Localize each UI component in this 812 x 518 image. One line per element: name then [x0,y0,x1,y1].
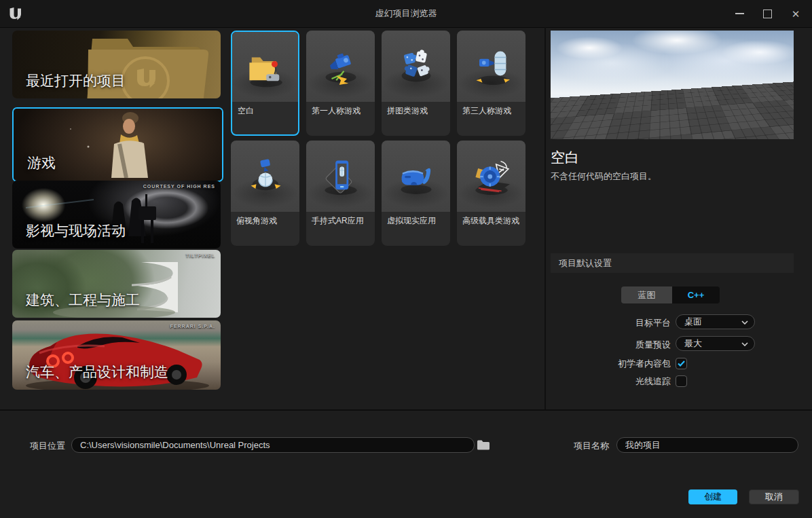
maximize-icon [763,10,772,18]
template-detail-title: 空白 [551,148,579,167]
sidebar-item-architecture[interactable]: TILTPIXEL 建筑、工程与施工 [12,250,221,318]
image-credit: COURTESY OF HIGH RES [143,184,215,189]
puzzle-template-icon [392,42,441,91]
raytracing-checkbox[interactable] [676,375,687,387]
chevron-down-icon [741,320,748,325]
quality-preset-dropdown[interactable]: 最大 [676,336,755,351]
window-title: 虚幻项目浏览器 [0,0,812,27]
template-label: 空白 [232,102,298,117]
sidebar-item-games[interactable]: 游戏 [12,107,223,182]
template-card-first-person[interactable]: 第一人称游戏 [306,31,375,136]
minimize-icon [735,13,744,14]
quality-preset-value: 最大 [684,338,702,348]
first-person-template-icon [316,42,365,91]
sidebar-item-label: 游戏 [27,153,56,172]
cancel-button[interactable]: 取消 [749,489,799,504]
template-card-handheld-ar[interactable]: 手持式AR应用 [306,141,375,246]
browse-folder-icon[interactable] [477,439,490,451]
template-label: 拼图类游戏 [382,102,450,117]
sidebar-item-label: 建筑、工程与施工 [26,291,140,310]
handheld-ar-template-icon [316,152,365,201]
starter-content-label: 初学者内容包 [557,358,671,370]
project-name-input[interactable] [616,437,798,453]
minimize-button[interactable] [728,0,751,27]
project-browser-window: 虚幻项目浏览器 ✕ 最近打开的项目 [0,0,812,518]
title-bar: 虚幻项目浏览器 ✕ [0,0,812,28]
project-location-input[interactable] [71,437,475,453]
raytracing-label: 光线追踪 [557,375,671,388]
maximize-button[interactable] [756,0,779,27]
virtual-reality-template-icon [392,152,441,201]
target-platform-dropdown[interactable]: 桌面 [676,314,755,329]
image-credit: TILTPIXEL [186,253,215,258]
target-platform-label: 目标平台 [557,317,671,329]
template-card-puzzle[interactable]: 拼图类游戏 [382,31,450,136]
close-button[interactable]: ✕ [784,0,807,27]
sidebar-item-film-live-events[interactable]: COURTESY OF HIGH RES 影视与现场活动 [12,181,221,248]
check-icon [678,360,685,367]
template-label: 第一人称游戏 [306,102,375,117]
horizontal-divider [0,409,812,411]
project-defaults-header: 项目默认设置 [551,253,794,273]
template-card-blank[interactable]: 空白 [231,31,299,136]
sidebar-item-label: 汽车、产品设计和制造 [26,363,168,382]
template-card-third-person[interactable]: 第三人称游戏 [457,31,525,136]
advanced-vehicle-template-icon [467,152,516,201]
language-segmented-control: 蓝图 C++ [621,286,720,303]
third-person-template-icon [467,42,516,91]
template-detail-description: 不含任何代码的空白项目。 [551,170,657,183]
sidebar-item-label: 最近打开的项目 [26,71,126,90]
project-location-label: 项目位置 [30,440,65,452]
template-card-top-down[interactable]: 俯视角游戏 [231,141,299,246]
sidebar-item-automotive[interactable]: FERRARI S.P.A. 汽车、产品设计和制造 [12,320,221,390]
template-preview-image [551,31,794,139]
image-credit: FERRARI S.P.A. [170,324,215,329]
quality-preset-label: 质量预设 [557,339,671,351]
sidebar-item-recent-projects[interactable]: 最近打开的项目 [12,31,221,98]
starter-content-checkbox[interactable] [676,358,687,369]
create-button[interactable]: 创建 [688,489,737,504]
top-down-template-icon [241,152,290,201]
template-label: 第三人称游戏 [457,102,525,117]
project-name-label: 项目名称 [574,440,609,452]
template-label: 高级载具类游戏 [457,212,525,227]
template-card-advanced-vehicle[interactable]: 高级载具类游戏 [457,141,525,246]
template-card-virtual-reality[interactable]: 虚拟现实应用 [382,141,450,246]
vertical-divider [545,27,546,409]
template-label: 手持式AR应用 [306,212,375,227]
template-label: 虚拟现实应用 [382,212,450,227]
chevron-down-icon [741,342,748,346]
cpp-tab[interactable]: C++ [672,286,720,303]
sidebar-item-label: 影视与现场活动 [26,221,126,240]
checkered-floor [551,31,794,103]
template-label: 俯视角游戏 [231,212,299,227]
blueprint-tab[interactable]: 蓝图 [621,286,672,303]
close-icon: ✕ [792,9,800,19]
target-platform-value: 桌面 [684,316,702,327]
blank-template-icon [241,43,290,92]
